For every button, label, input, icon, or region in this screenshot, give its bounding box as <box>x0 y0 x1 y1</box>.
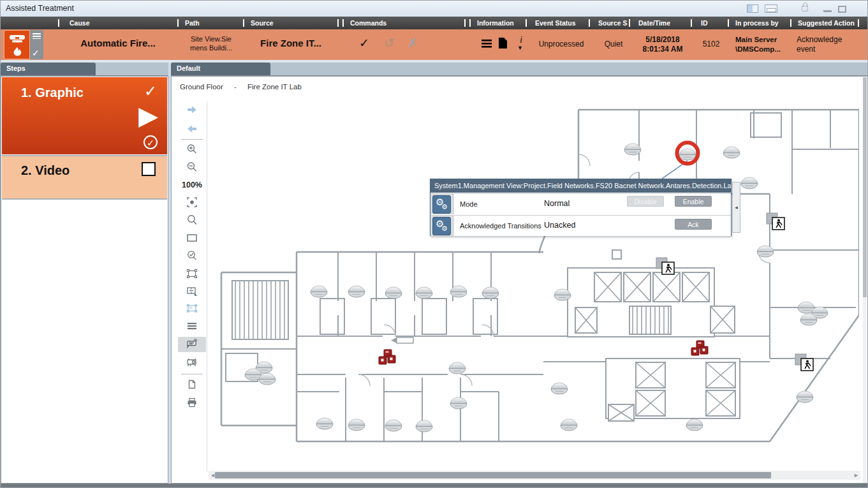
gear-icon[interactable]: ⚙ ⚙ <box>432 195 451 214</box>
smoke-detector-icon[interactable] <box>348 286 365 297</box>
circled-check-icon[interactable]: ✓ <box>143 135 158 149</box>
event-source[interactable]: Fire Zone IT... <box>244 38 337 48</box>
manual-call-point-icon[interactable] <box>379 350 395 364</box>
smoke-detector-icon[interactable] <box>723 147 740 158</box>
fit-view-icon[interactable] <box>178 196 206 212</box>
emergency-exit-icon[interactable] <box>795 354 813 371</box>
enable-button[interactable]: Enable <box>675 196 712 207</box>
event-list-icon <box>33 33 41 39</box>
smoke-detector-icon[interactable] <box>416 287 432 299</box>
column-header-id[interactable]: ID <box>701 19 708 27</box>
comment-flag-icon[interactable] <box>178 337 206 352</box>
selection-handles-icon[interactable] <box>178 268 206 283</box>
vertical-scroll-thumb[interactable] <box>863 77 867 297</box>
print-icon[interactable] <box>178 397 206 412</box>
back-icon[interactable] <box>178 123 206 138</box>
step-graphic-label: 1. Graphic <box>21 85 84 100</box>
smoke-detector-icon[interactable] <box>797 391 813 403</box>
popup-collapse-arrow[interactable]: ◂ <box>732 182 740 233</box>
projector-icon[interactable] <box>178 356 206 371</box>
graphic-viewer: Ground Floor - Fire Zone IT Lab 100% <box>171 75 868 484</box>
magnifier-icon[interactable] <box>178 214 206 230</box>
column-header-source-state[interactable]: Source S <box>598 19 628 27</box>
smoke-detector-icon[interactable] <box>554 289 571 300</box>
float-layout-icon[interactable] <box>765 4 777 13</box>
close-command-icon: ✗ <box>408 36 418 50</box>
ack-button[interactable]: Ack <box>675 219 712 230</box>
event-type-icon[interactable]: ✓ <box>4 30 43 59</box>
info-icon[interactable]: i <box>516 34 526 45</box>
zoom-selection-icon[interactable] <box>178 250 206 265</box>
layers-icon[interactable] <box>178 320 206 336</box>
smoke-detector-icon[interactable] <box>686 419 703 431</box>
column-header-source[interactable]: Source <box>251 19 274 27</box>
event-row[interactable]: ✓ Automatic Fire... Site View.Sie mens B… <box>1 29 868 60</box>
alarmed-smoke-detector-icon[interactable] <box>679 149 696 160</box>
smoke-detector-icon[interactable] <box>259 373 276 385</box>
step-graphic[interactable]: 1. Graphic ✓ ▶ ✓ <box>2 77 167 154</box>
smoke-detector-icon[interactable] <box>450 286 467 297</box>
smoke-detector-icon[interactable] <box>800 314 817 325</box>
zoom-in-icon[interactable] <box>178 144 206 159</box>
tab-steps[interactable]: Steps <box>1 63 96 75</box>
property-icon-cell: ⚙ ⚙ <box>430 216 454 236</box>
smoke-detector-icon[interactable] <box>450 397 467 409</box>
forward-icon[interactable] <box>178 104 206 119</box>
column-header-commands[interactable]: Commands <box>350 19 386 27</box>
smoke-detector-icon[interactable] <box>624 144 641 155</box>
view-rect-icon[interactable] <box>178 232 206 248</box>
split-view-icon[interactable] <box>178 285 206 300</box>
breadcrumb-item-zone[interactable]: Fire Zone IT Lab <box>247 83 302 91</box>
horizontal-scroll-thumb[interactable] <box>215 472 771 478</box>
steps-tabstrip: Steps <box>1 63 168 75</box>
stairs <box>629 306 671 334</box>
column-header-in-process-by[interactable]: In process by <box>735 19 779 27</box>
smoke-detector-icon[interactable] <box>416 420 432 432</box>
step-video-checkbox[interactable] <box>142 162 156 176</box>
manual-call-point-icon[interactable] <box>691 341 708 355</box>
viewport-icon[interactable] <box>178 302 206 318</box>
event-document-icon[interactable] <box>499 38 507 48</box>
maximize-button[interactable] <box>838 6 846 13</box>
lock-icon[interactable] <box>802 6 808 11</box>
tab-default[interactable]: Default <box>171 63 270 75</box>
page-icon[interactable] <box>178 378 206 394</box>
zoom-out-icon[interactable] <box>178 161 206 177</box>
breadcrumb-separator: - <box>234 83 237 91</box>
event-check-icon: ✓ <box>32 48 40 58</box>
breadcrumb: Ground Floor - Fire Zone IT Lab <box>180 83 302 91</box>
event-path[interactable]: Site View.Sie mens Buildi... <box>179 34 243 52</box>
floor-plan[interactable] <box>209 102 859 466</box>
smoke-detector-icon[interactable] <box>348 419 365 431</box>
smoke-detector-icon[interactable] <box>757 246 774 257</box>
play-step-icon[interactable]: ▶ <box>138 103 158 128</box>
scroll-right-icon[interactable]: ► <box>853 471 859 479</box>
column-header-information[interactable]: Information <box>477 19 514 27</box>
minimize-button[interactable] <box>823 10 832 12</box>
event-cause[interactable]: Automatic Fire... <box>58 38 178 48</box>
gear-icon[interactable]: ⚙ ⚙ <box>432 217 451 235</box>
popup-title[interactable]: System1.Management View:Project.Field Ne… <box>430 179 731 193</box>
breadcrumb-item-floor[interactable]: Ground Floor <box>180 83 223 91</box>
info-dropdown-caret-icon[interactable]: ▼ <box>517 45 523 51</box>
smoke-detector-icon[interactable] <box>482 287 499 299</box>
smoke-detector-icon[interactable] <box>741 177 758 189</box>
property-value: Unacked <box>544 221 575 230</box>
column-header-datetime[interactable]: Date/Time <box>638 19 670 27</box>
smoke-detector-icon[interactable] <box>561 419 577 431</box>
column-header-cause[interactable]: Cause <box>70 19 90 27</box>
smoke-detector-icon[interactable] <box>449 362 466 374</box>
event-details-list-icon[interactable] <box>482 40 492 48</box>
smoke-detector-icon[interactable] <box>316 418 333 429</box>
smoke-detector-icon[interactable] <box>551 383 568 394</box>
column-header-suggested-action[interactable]: Suggested Action <box>798 19 855 27</box>
column-header-event-status[interactable]: Event Status <box>535 19 576 27</box>
step-video[interactable]: 2. Video <box>2 156 167 198</box>
dock-layout-icon[interactable] <box>747 4 758 13</box>
acknowledge-command-icon[interactable]: ✓ <box>359 36 369 50</box>
zoom-level-label[interactable]: 100% <box>178 179 206 194</box>
smoke-detector-icon[interactable] <box>311 286 327 297</box>
smoke-detector-icon[interactable] <box>385 287 402 299</box>
smoke-detector-icon[interactable] <box>385 420 402 431</box>
column-header-path[interactable]: Path <box>185 19 200 27</box>
